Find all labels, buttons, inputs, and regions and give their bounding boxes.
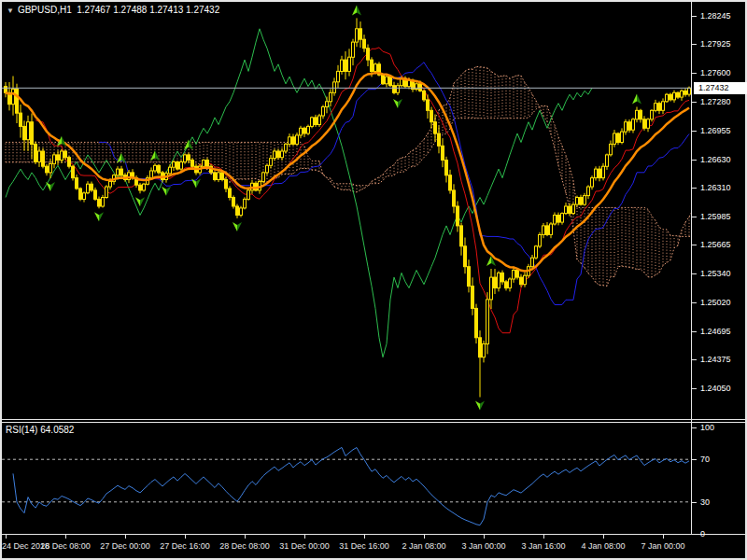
price-axis-label: 1.27925 [700, 39, 731, 49]
window-border [0, 0, 747, 560]
price-axis-label: 1.26630 [700, 155, 731, 165]
price-axis-label: 1.24375 [700, 355, 731, 365]
time-axis-label: 31 Dec 00:00 [279, 541, 330, 552]
price-axis-tick [692, 160, 697, 161]
price-axis-tick [692, 188, 697, 189]
rsi-axis-tick [692, 534, 697, 535]
price-axis-label: 1.25985 [700, 212, 731, 222]
rsi-axis-tick [692, 502, 697, 503]
time-axis-label: 7 Jan 00:00 [641, 541, 684, 552]
time-axis-tick [125, 535, 126, 539]
price-axis-tick [692, 131, 697, 132]
symbol-dropdown-icon[interactable]: ▼ [7, 7, 14, 15]
price-axis-label: 1.24695 [700, 327, 731, 337]
time-axis-tick [185, 535, 186, 539]
time-axis-tick [484, 535, 485, 539]
price-axis-tick [692, 388, 697, 389]
time-axis-tick [245, 535, 246, 539]
price-axis-tick [692, 73, 697, 74]
time-axis-tick [65, 535, 66, 539]
price-axis-tick [692, 359, 697, 360]
rsi-axis-label: 70 [700, 455, 710, 465]
price-axis-tick [692, 102, 697, 103]
current-price-tag: 1.27432 [694, 82, 747, 94]
time-axis-label: 3 Jan 00:00 [461, 541, 505, 552]
time-axis-tick [6, 535, 7, 539]
chart-title: ▼GBPUSD,H1 1.27467 1.27488 1.27413 1.274… [7, 5, 219, 15]
time-axis-label: 26 Dec 08:00 [40, 541, 91, 552]
price-axis-label: 1.24050 [700, 384, 731, 394]
time-axis-tick [304, 535, 305, 539]
price-axis-label: 1.26955 [700, 126, 731, 136]
price-axis-label: 1.25665 [700, 240, 731, 250]
price-axis-label: 1.27280 [700, 97, 731, 107]
time-axis-tick [364, 535, 365, 539]
time-axis-tick [424, 535, 425, 539]
time-axis-label: 2 Jan 08:00 [402, 541, 445, 552]
price-axis-tick [692, 331, 697, 332]
price-axis-label: 1.28245 [700, 11, 731, 21]
price-axis-label: 1.25020 [700, 298, 731, 308]
rsi-axis-tick [692, 427, 697, 428]
time-axis-tick [663, 535, 664, 539]
time-axis-label: 4 Jan 08:00 [581, 541, 625, 552]
price-axis-tick [692, 245, 697, 245]
price-axis-label: 1.26310 [700, 183, 731, 193]
ohlc-readout: 1.27467 1.27488 1.27413 1.27432 [77, 5, 219, 15]
price-axis-tick [692, 302, 697, 303]
rsi-axis-label: 100 [700, 423, 714, 433]
price-axis-tick [692, 44, 697, 45]
price-axis-label: 1.25340 [700, 269, 731, 279]
time-axis-label: 31 Dec 16:00 [339, 541, 389, 552]
symbol-label: GBPUSD,H1 [18, 5, 72, 15]
time-axis-label: 27 Dec 00:00 [100, 541, 150, 552]
chart-window: { "window": { "symbol": "GBPUSD,H1", "oh… [0, 0, 747, 560]
time-axis-label: 28 Dec 08:00 [219, 541, 270, 552]
price-axis-tick [692, 217, 697, 217]
price-axis-tick [692, 16, 697, 17]
time-axis-tick [543, 535, 544, 539]
rsi-axis-label: 0 [700, 529, 705, 539]
rsi-indicator-label: RSI(14) 64.0582 [6, 425, 74, 435]
rsi-axis-tick [692, 459, 697, 460]
time-axis-label: 27 Dec 16:00 [160, 541, 210, 552]
time-axis-label: 3 Jan 16:00 [521, 541, 565, 552]
time-axis-tick [603, 535, 604, 539]
rsi-axis-label: 30 [700, 497, 710, 508]
price-axis-label: 1.27600 [700, 68, 731, 78]
price-axis-tick [692, 273, 697, 274]
